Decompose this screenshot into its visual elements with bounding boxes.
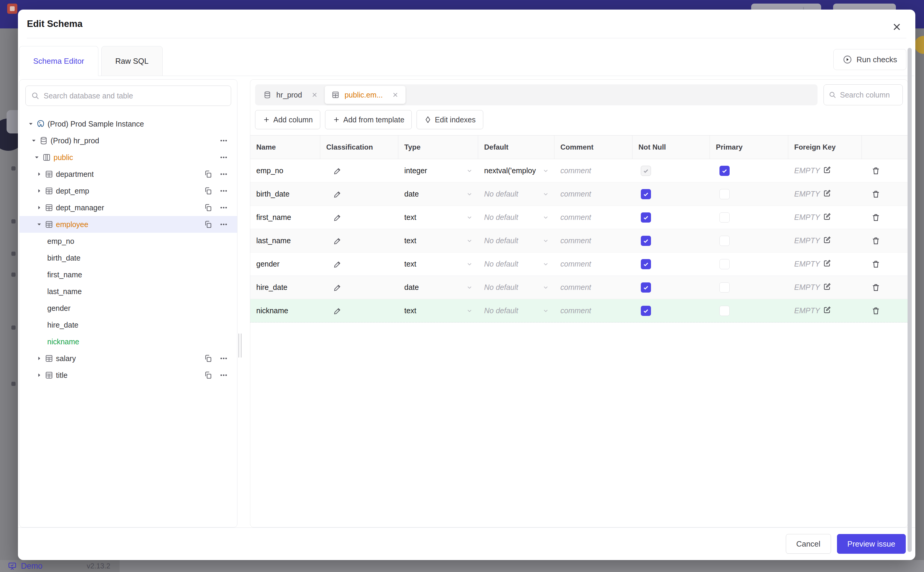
primary-checkbox[interactable] bbox=[719, 236, 730, 246]
caret-right-icon[interactable] bbox=[34, 370, 45, 381]
more-icon[interactable] bbox=[219, 187, 228, 195]
edit-foreign-key-icon[interactable] bbox=[823, 189, 831, 199]
comment-cell[interactable]: comment bbox=[554, 299, 633, 322]
default-cell[interactable]: No default bbox=[478, 182, 554, 205]
trash-icon[interactable] bbox=[871, 260, 881, 269]
comment-cell[interactable]: comment bbox=[554, 159, 633, 182]
trash-icon[interactable] bbox=[871, 213, 881, 222]
close-tab-icon[interactable] bbox=[392, 91, 399, 98]
classification-cell[interactable] bbox=[320, 252, 398, 275]
column-search[interactable] bbox=[823, 84, 903, 105]
trash-icon[interactable] bbox=[871, 166, 881, 175]
add-column-button[interactable]: Add column bbox=[255, 110, 320, 129]
more-icon[interactable] bbox=[219, 354, 228, 363]
tree-column-gender[interactable]: gender bbox=[25, 300, 231, 317]
copy-icon[interactable] bbox=[204, 220, 212, 229]
default-cell[interactable]: nextval('employ bbox=[478, 159, 554, 182]
not-null-checkbox[interactable] bbox=[641, 283, 651, 292]
not-null-checkbox[interactable] bbox=[641, 189, 651, 199]
edit-foreign-key-icon[interactable] bbox=[823, 212, 831, 222]
tree-column-birth-date[interactable]: birth_date bbox=[25, 250, 231, 266]
tree-item-hr-prod[interactable]: (Prod) hr_prod bbox=[25, 132, 231, 149]
edit-indexes-button[interactable]: Edit indexes bbox=[417, 110, 483, 129]
tree-item-title[interactable]: title bbox=[25, 367, 231, 384]
name-cell[interactable]: birth_date bbox=[250, 182, 320, 205]
not-null-checkbox[interactable] bbox=[641, 212, 651, 222]
modal-scrollbar[interactable] bbox=[907, 48, 912, 552]
tree-item-dept-manager[interactable]: dept_manager bbox=[25, 199, 231, 216]
trash-icon[interactable] bbox=[871, 190, 881, 199]
type-cell[interactable]: date bbox=[398, 182, 478, 205]
caret-right-icon[interactable] bbox=[34, 202, 45, 213]
preview-issue-button[interactable]: Preview issue bbox=[837, 534, 906, 554]
classification-cell[interactable] bbox=[320, 229, 398, 252]
classification-cell[interactable] bbox=[320, 159, 398, 182]
classification-cell[interactable] bbox=[320, 276, 398, 299]
more-icon[interactable] bbox=[219, 203, 228, 212]
classification-cell[interactable] bbox=[320, 299, 398, 322]
caret-right-icon[interactable] bbox=[34, 353, 45, 364]
tree-search[interactable] bbox=[25, 85, 231, 106]
caret-down-icon[interactable] bbox=[34, 219, 45, 230]
panel-resize-handle[interactable] bbox=[238, 334, 242, 358]
tree-item-public[interactable]: public bbox=[25, 149, 231, 166]
tree-search-input[interactable] bbox=[43, 91, 225, 101]
caret-down-icon[interactable] bbox=[28, 135, 39, 146]
tree-item-department[interactable]: department bbox=[25, 166, 231, 182]
copy-icon[interactable] bbox=[204, 169, 212, 179]
tree-column-emp-no[interactable]: emp_no bbox=[25, 233, 231, 250]
comment-cell[interactable]: comment bbox=[554, 276, 633, 299]
classification-cell[interactable] bbox=[320, 206, 398, 229]
not-null-checkbox[interactable] bbox=[641, 166, 651, 176]
trash-icon[interactable] bbox=[871, 306, 881, 315]
type-cell[interactable]: text bbox=[398, 206, 478, 229]
copy-icon[interactable] bbox=[204, 203, 212, 212]
tree-item-dept-emp[interactable]: dept_emp bbox=[25, 182, 231, 199]
edit-foreign-key-icon[interactable] bbox=[823, 166, 831, 176]
more-icon[interactable] bbox=[219, 371, 228, 380]
copy-icon[interactable] bbox=[204, 354, 212, 363]
classification-cell[interactable] bbox=[320, 182, 398, 205]
tree-column-last-name[interactable]: last_name bbox=[25, 283, 231, 300]
tree-item-employee[interactable]: employee bbox=[19, 216, 237, 233]
tree-item-salary[interactable]: salary bbox=[25, 350, 231, 367]
copy-icon[interactable] bbox=[204, 371, 212, 380]
more-icon[interactable] bbox=[219, 169, 228, 179]
comment-cell[interactable]: comment bbox=[554, 182, 633, 205]
default-cell[interactable]: No default bbox=[478, 229, 554, 252]
default-cell[interactable]: No default bbox=[478, 252, 554, 275]
demo-link[interactable]: Demo bbox=[8, 561, 42, 571]
name-cell[interactable]: last_name bbox=[250, 229, 320, 252]
more-icon[interactable] bbox=[219, 153, 228, 162]
comment-cell[interactable]: comment bbox=[554, 206, 633, 229]
tree-item-instance[interactable]: (Prod) Prod Sample Instance bbox=[25, 115, 231, 132]
type-cell[interactable]: text bbox=[398, 252, 478, 275]
edit-foreign-key-icon[interactable] bbox=[823, 283, 831, 292]
caret-down-icon[interactable] bbox=[31, 152, 42, 163]
default-cell[interactable]: No default bbox=[478, 299, 554, 322]
not-null-checkbox[interactable] bbox=[641, 259, 651, 269]
caret-right-icon[interactable] bbox=[34, 169, 45, 179]
caret-down-icon[interactable] bbox=[25, 118, 36, 129]
primary-checkbox[interactable] bbox=[719, 212, 730, 222]
type-cell[interactable]: date bbox=[398, 276, 478, 299]
type-cell[interactable]: text bbox=[398, 229, 478, 252]
run-checks-button[interactable]: Run checks bbox=[833, 49, 906, 70]
name-cell[interactable]: nickname bbox=[250, 299, 320, 322]
not-null-checkbox[interactable] bbox=[641, 306, 651, 316]
name-cell[interactable]: emp_no bbox=[250, 159, 320, 182]
tab-hr-prod[interactable]: hr_prod bbox=[257, 86, 325, 104]
close-icon[interactable] bbox=[890, 20, 903, 34]
more-icon[interactable] bbox=[219, 220, 228, 229]
tab-public-employee[interactable]: public.em... bbox=[325, 86, 406, 104]
tree-column-nickname[interactable]: nickname bbox=[25, 333, 231, 350]
name-cell[interactable]: gender bbox=[250, 252, 320, 275]
cancel-button[interactable]: Cancel bbox=[786, 534, 831, 554]
primary-checkbox[interactable] bbox=[719, 306, 730, 316]
primary-checkbox[interactable] bbox=[719, 259, 730, 269]
primary-checkbox[interactable] bbox=[719, 166, 730, 176]
default-cell[interactable]: No default bbox=[478, 276, 554, 299]
tab-schema-editor[interactable]: Schema Editor bbox=[19, 46, 98, 76]
name-cell[interactable]: hire_date bbox=[250, 276, 320, 299]
close-tab-icon[interactable] bbox=[311, 91, 318, 98]
